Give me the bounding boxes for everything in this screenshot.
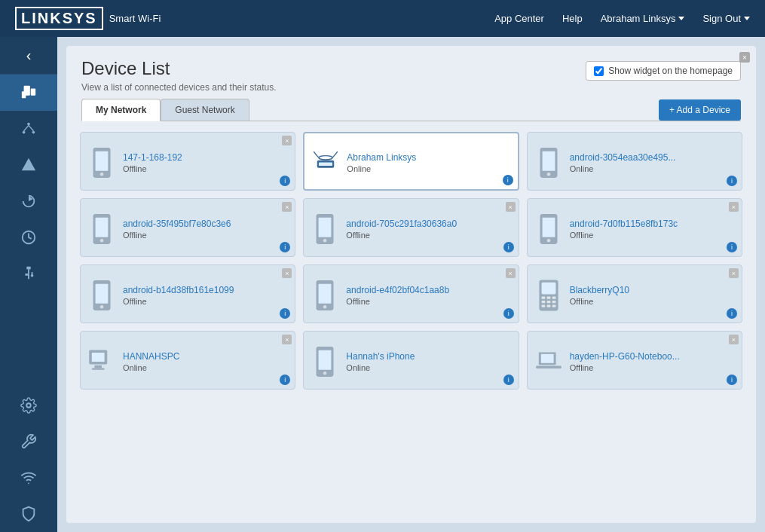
device-card-close-button[interactable]: × [282,268,292,278]
sidebar-item-history[interactable] [0,219,57,255]
tab-guest-network[interactable]: Guest Network [161,99,249,121]
widget-checkbox-container[interactable]: Show widget on the homepage [586,61,741,81]
device-info-button[interactable]: i [503,308,514,319]
sidebar-item-devices[interactable] [0,75,57,111]
device-card-close-button[interactable]: × [729,268,739,278]
svg-rect-27 [96,218,109,237]
device-status: Online [347,164,509,173]
device-info: android-e4f02bf04c1aa8b Offline [346,285,510,306]
device-card-close-button[interactable]: × [282,202,292,212]
device-card[interactable]: × android-35f495bf7e80c3e6 Offline i [80,198,295,257]
device-info: android-7d0fb115e8fb173c Offline [570,219,734,240]
device-card[interactable]: × BlackberryQ10 Offline i [527,264,742,323]
device-icon [88,145,115,180]
sidebar-item-tools[interactable] [20,423,37,460]
wifi-icon [20,469,37,486]
device-info-button[interactable]: i [280,308,290,319]
sidebar-back-button[interactable]: ‹ [0,37,57,75]
svg-rect-1 [22,91,26,98]
device-info-button[interactable]: i [280,176,290,186]
sidebar-item-settings[interactable] [20,387,37,423]
device-card[interactable]: Hannah's iPhone Online i [303,331,519,390]
device-name: android-705c291fa30636a0 [346,219,467,229]
add-device-button[interactable]: + Add a Device [659,99,741,121]
device-icon [535,212,562,246]
device-info: android-3054eaa30e495... Online [570,152,734,173]
device-info: hayden-HP-G60-Noteboo... Offline [570,351,734,372]
device-card-close-button[interactable]: × [282,335,292,344]
device-card[interactable]: Abraham Linksys Online i [303,132,519,191]
device-info-button[interactable]: i [280,375,290,385]
device-card-close-button[interactable]: × [506,202,516,212]
device-card[interactable]: × 147-1-168-192 Offline i [80,132,295,191]
svg-point-40 [323,305,327,309]
sign-out-menu[interactable]: Sign Out [702,13,750,24]
device-info: 147-1-168-192 Offline [123,152,287,173]
device-status: Offline [123,164,287,173]
widget-checkbox-input[interactable] [594,66,604,76]
sidebar-item-usb[interactable] [0,255,57,292]
svg-rect-50 [546,305,550,307]
sidebar: ‹ ! [0,37,57,532]
panel-subtitle: View a list of connected devices and the… [81,82,277,93]
device-card-close-button[interactable]: × [282,136,292,145]
device-card[interactable]: × hayden-HP-G60-Noteboo... Offline i [527,331,742,390]
panel-close-button[interactable]: × [739,52,750,63]
device-name: HANNAHSPC [123,351,243,362]
user-menu[interactable]: Abraham Linksys [601,13,685,24]
device-card[interactable]: × android-b14d38fb161e1099 Offline i [80,264,295,323]
device-info: android-35f495bf7e80c3e6 Offline [123,219,287,240]
help-link[interactable]: Help [562,13,583,24]
app-center-link[interactable]: App Center [494,13,544,24]
user-name: Abraham Linksys [601,13,676,24]
device-card[interactable]: × HANNAHSPC Online i [80,331,295,390]
tab-my-network[interactable]: My Network [81,99,161,121]
device-info: Hannah's iPhone Online [346,351,510,372]
logo-subtitle: Smart Wi-Fi [109,13,161,24]
device-icon [88,212,115,246]
sidebar-item-security[interactable] [20,496,37,532]
svg-rect-42 [541,283,555,295]
device-status: Offline [570,363,734,372]
svg-point-28 [100,239,104,243]
sidebar-item-network-map[interactable] [0,111,57,147]
device-card-close-button[interactable]: × [506,268,516,278]
device-info-button[interactable]: i [503,242,514,252]
device-card-close-button[interactable]: × [729,202,739,212]
svg-rect-57 [319,350,332,370]
device-info: BlackberryQ10 Offline [570,285,734,306]
tabs: My Network Guest Network [81,99,249,121]
svg-rect-55 [92,368,105,369]
device-info-button[interactable]: i [503,375,514,385]
device-icon [88,278,115,313]
device-card[interactable]: × android-705c291fa30636a0 Offline i [303,198,519,257]
device-info-button[interactable]: i [727,375,737,385]
device-info: Abraham Linksys Online [347,152,509,173]
svg-rect-46 [541,301,545,303]
svg-rect-45 [552,297,555,299]
device-info-button[interactable]: i [280,242,290,252]
svg-rect-24 [542,151,555,171]
sidebar-item-alerts[interactable]: ! [0,147,57,183]
tools-icon [20,433,37,450]
device-card[interactable]: android-3054eaa30e495... Online i [527,132,742,191]
svg-rect-54 [94,365,102,368]
device-info-button[interactable]: i [727,308,737,319]
device-card[interactable]: × android-e4f02bf04c1aa8b Offline i [303,264,519,323]
device-status: Offline [346,231,510,240]
device-status: Offline [123,297,287,306]
svg-rect-30 [319,218,332,237]
device-card-close-button[interactable]: × [729,335,739,344]
svg-line-7 [29,125,33,130]
device-card[interactable]: × android-7d0fb115e8fb173c Offline i [527,198,742,257]
device-info-button[interactable]: i [503,175,513,185]
sidebar-item-updates[interactable] [0,183,57,219]
device-info-button[interactable]: i [727,242,737,252]
device-name: hayden-HP-G60-Noteboo... [570,351,690,362]
svg-point-4 [23,131,26,134]
svg-rect-22 [319,163,332,167]
device-info-button[interactable]: i [727,176,737,186]
logo-brand: LINKSYS [15,7,103,30]
device-name: android-3054eaa30e495... [570,152,690,163]
sidebar-item-wifi[interactable] [20,460,37,496]
